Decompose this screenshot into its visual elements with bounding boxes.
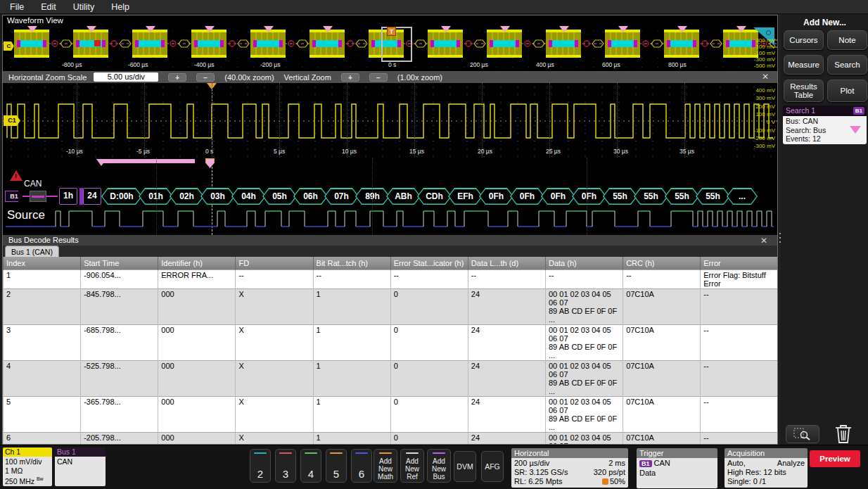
channel-number: 6 — [359, 468, 364, 480]
column-header[interactable]: CRC (h) — [623, 257, 701, 269]
search-mark-icon — [27, 26, 37, 32]
table-row[interactable]: 6-205.798...000X102400 01 02 03 04 05 06… — [4, 432, 778, 444]
column-header[interactable]: Data L...th (d) — [468, 257, 545, 269]
zoom-time-label: -10 µs — [66, 148, 83, 155]
channel5-button[interactable]: 5 — [326, 449, 347, 483]
graticule-line — [156, 158, 157, 235]
decode-data-value: 05h — [264, 189, 296, 204]
horizontal-row: 200 µs/div2 ms — [514, 459, 625, 468]
column-header[interactable]: Error — [701, 257, 777, 269]
column-header[interactable]: Error Stat...icator (h) — [390, 257, 468, 269]
decode-data-value: CDh — [419, 189, 451, 204]
zoomed-waveform-view[interactable]: C1 -10 µs-5 µs0 s5 µs10 µs15 µs20 µs25 µ… — [3, 83, 777, 158]
decode-data-value: 0Fh — [573, 189, 606, 204]
zoom-window-box[interactable] — [381, 27, 412, 62]
preview-button[interactable]: Preview — [810, 450, 860, 467]
add-new-math-button[interactable]: Add New Math — [374, 449, 397, 483]
zoom-time-label: 35 µs — [679, 148, 694, 155]
table-cell: 07C10A — [623, 324, 701, 360]
add-new-results-table-button[interactable]: Results Table — [784, 80, 824, 102]
column-header[interactable]: Data (h) — [545, 257, 623, 269]
horizontal-zoom-scale-input[interactable]: 5.00 us/div — [94, 72, 158, 82]
zoom-close-icon[interactable]: ✕ — [762, 72, 769, 82]
table-row[interactable]: 4-525.798...000X102400 01 02 03 04 05 06… — [4, 360, 778, 396]
results-close-icon[interactable]: ✕ — [760, 236, 767, 246]
waveform-overview[interactable]: C T -800 µs-600 µs-400 µs-200 µs0 s200 µ… — [3, 26, 777, 71]
table-row[interactable]: 5-365.798...000X102400 01 02 03 04 05 06… — [4, 396, 778, 432]
add-new-measure-button[interactable]: Measure — [784, 55, 824, 75]
channel-number: 4 — [308, 468, 314, 480]
dvm-button[interactable]: DVM — [454, 451, 476, 482]
horizontal-zoom-plus-button[interactable]: + — [168, 73, 186, 82]
decode-data-box: 02h — [170, 188, 204, 205]
column-header[interactable]: Index — [4, 257, 81, 269]
vertical-zoom-minus-button[interactable]: − — [369, 73, 388, 82]
add-new-note-button[interactable]: Note — [827, 30, 867, 50]
decode-data-box: 03h — [200, 188, 235, 205]
overview-time-label: 200 µs — [470, 61, 488, 68]
horizontal-settings: 200 µs/div2 msSR: 3.125 GS/s320 ps/ptRL:… — [511, 458, 628, 488]
menu-utility[interactable]: Utility — [73, 2, 95, 12]
search1-title: Search 1 — [786, 106, 815, 115]
add-new-bus-button[interactable]: Add New Bus — [427, 449, 451, 483]
menu-edit[interactable]: Edit — [41, 2, 56, 12]
add-new-search-button[interactable]: Search — [827, 55, 867, 75]
column-header[interactable]: Start Time — [81, 257, 158, 269]
menu-file[interactable]: File — [10, 2, 24, 12]
bus1-badge[interactable]: B1 — [5, 191, 23, 202]
horizontal-zoom-minus-button[interactable]: − — [196, 73, 215, 82]
source-waveform — [3, 207, 777, 232]
add-new-cursors-button[interactable]: Cursors — [784, 30, 824, 50]
table-row[interactable]: 1-906.054...ERROR FRA...------------Erro… — [4, 269, 778, 288]
table-cell: 000 — [158, 288, 236, 324]
table-cell: 0 — [390, 288, 468, 324]
add-button-label: Add New Math — [378, 457, 393, 481]
tab-bus1-can[interactable]: Bus 1 (CAN) — [5, 246, 59, 257]
results-table-wrap[interactable]: IndexStart TimeIdentifier (h)FDBit Rat..… — [3, 257, 777, 444]
zoom-time-label: 10 µs — [342, 148, 357, 155]
zoom-tool-button[interactable] — [786, 425, 819, 443]
vertical-zoom-plus-button[interactable]: + — [341, 73, 359, 82]
add-new-plot-button[interactable]: Plot — [827, 80, 867, 102]
column-header[interactable]: Bit Rat...tch (h) — [313, 257, 390, 269]
afg-button[interactable]: AFG — [481, 451, 504, 482]
channel3-button[interactable]: 3 — [275, 449, 296, 483]
channel6-button[interactable]: 6 — [351, 449, 372, 483]
search1-card[interactable]: Search 1 B1 Bus: CAN Search: Bus Events:… — [783, 106, 867, 144]
horizontal-value-left: SR: 3.125 GS/s — [514, 468, 568, 477]
graticule-line — [482, 83, 483, 158]
channel-color-line — [254, 452, 267, 454]
zoom-voltage-label: 200 mV — [755, 104, 775, 110]
horizontal-zoom-scale-label: Horizontal Zoom Scale — [8, 73, 87, 82]
zoom-voltage-label: 300 mV — [755, 96, 775, 101]
table-cell: 000 — [158, 360, 236, 396]
table-cell: X — [236, 360, 313, 396]
decode-data-value: 55h — [635, 189, 668, 204]
bw-limit-icon: Bw — [37, 476, 44, 481]
add-button-label: Add New Ref — [405, 457, 419, 481]
zoom-time-label: 20 µs — [478, 148, 492, 155]
table-row[interactable]: 3-685.798...000X102400 01 02 03 04 05 06… — [4, 324, 778, 360]
delete-button[interactable] — [834, 423, 853, 444]
bus1-badge-card[interactable]: Bus 1 CAN — [55, 447, 106, 486]
channel1-badge[interactable]: Ch 1 100 mV/div 1 MΩ 250 MHz Bw — [3, 447, 52, 486]
channel2-button[interactable]: 2 — [250, 449, 271, 483]
overview-voltage-label: -100 mV — [754, 51, 775, 56]
horizontal-panel[interactable]: Horizontal 200 µs/div2 msSR: 3.125 GS/s3… — [511, 448, 628, 488]
column-header[interactable]: FD — [236, 257, 313, 269]
decode-data-value: 55h — [666, 189, 698, 204]
column-header[interactable]: Identifier (h) — [158, 257, 236, 269]
trigger-panel[interactable]: Trigger B1CAN Data — [637, 448, 717, 488]
acquisition-panel[interactable]: Acquisition Auto, Analyze High Res: 12 b… — [725, 448, 808, 488]
trigger-badge[interactable]: T — [387, 27, 396, 36]
table-row[interactable]: 2-845.798...000X102400 01 02 03 04 05 06… — [4, 288, 778, 324]
add-new-ref-button[interactable]: Add New Ref — [400, 449, 424, 483]
decode-data-value: 07h — [326, 189, 358, 204]
menu-help[interactable]: Help — [111, 2, 129, 12]
decode-data-value: 55h — [697, 189, 729, 204]
channel4-button[interactable]: 4 — [300, 449, 321, 483]
panel-divider[interactable] — [779, 15, 781, 445]
table-cell: 00 01 02 03 04 05 06 07 89 AB CD EF 0F 0… — [545, 432, 623, 444]
table-cell: -205.798... — [81, 432, 158, 444]
table-cell: 0 — [390, 360, 468, 396]
